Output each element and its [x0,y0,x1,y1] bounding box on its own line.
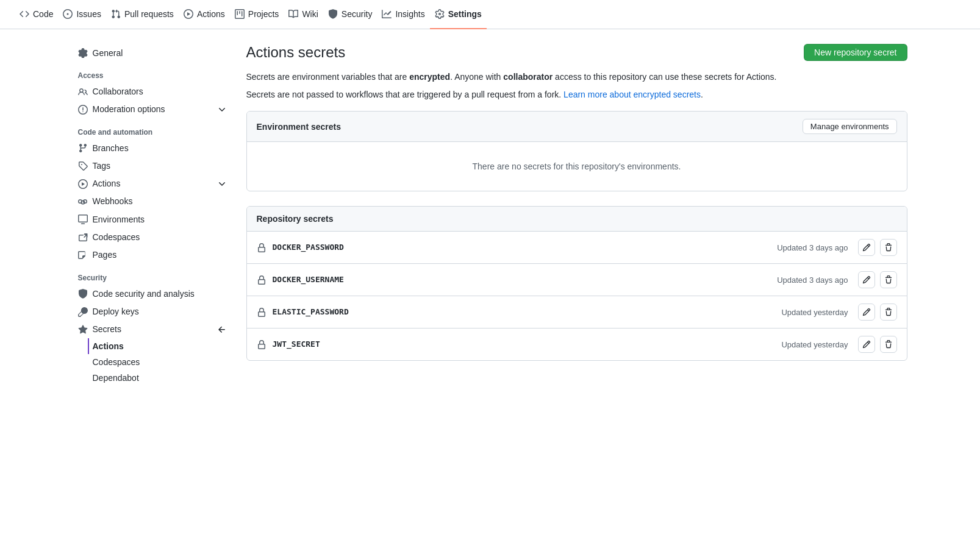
repo-secrets-card: Repository secrets DOCKER_PASSWORD Updat… [246,206,907,361]
new-repository-secret-button[interactable]: New repository secret [804,44,907,61]
sidebar-general[interactable]: General [73,44,232,62]
sidebar-environments[interactable]: Environments [73,210,232,228]
table-row: DOCKER_USERNAME Updated 3 days ago [247,264,907,296]
pages-icon [78,250,88,260]
desc-encrypted: encrypted [409,72,450,82]
nav-projects-label: Projects [248,9,279,19]
sidebar-secrets-codespaces[interactable]: Codespaces [88,354,232,370]
table-row: ELASTIC_PASSWORD Updated yesterday [247,296,907,328]
sidebar-tags[interactable]: Tags [73,157,232,174]
desc-collaborator: collaborator [503,72,553,82]
secret-left-0: DOCKER_PASSWORD [257,242,344,252]
secret-right-1: Updated 3 days ago [777,271,896,288]
lock-icon [257,339,266,349]
sidebar-pages-label: Pages [93,250,117,260]
moderation-icon [78,104,88,115]
nav-security[interactable]: Security [323,0,377,29]
sidebar-collaborators[interactable]: Collaborators [73,82,232,100]
table-row: JWT_SECRET Updated yesterday [247,328,907,360]
nav-insights[interactable]: Insights [377,0,429,29]
lock-icon [257,307,266,317]
sidebar-secrets-codespaces-label: Codespaces [93,357,140,367]
main-layout: General Access Collaborators Moderation … [63,29,917,400]
top-nav: Code Issues Pull requests Actions Projec… [0,0,980,29]
nav-security-label: Security [342,9,373,19]
nav-actions[interactable]: Actions [179,0,230,29]
edit-secret-button[interactable] [858,304,875,321]
sidebar-branches-label: Branches [93,143,129,153]
sidebar-pages[interactable]: Pages [73,246,232,264]
nav-actions-label: Actions [197,9,225,19]
edit-secret-button[interactable] [858,336,875,353]
page-title: Actions secrets [246,44,346,61]
secret-name: DOCKER_PASSWORD [273,243,344,252]
secrets-icon [78,324,88,335]
sidebar-codespaces[interactable]: Codespaces [73,228,232,246]
secret-right-2: Updated yesterday [781,304,896,321]
nav-issues[interactable]: Issues [58,0,106,29]
desc-mid: . Anyone with [450,72,503,82]
moderation-chevron-icon [217,104,227,115]
codespaces-icon [78,232,88,242]
sidebar-secrets-label: Secrets [93,324,121,334]
edit-secret-button[interactable] [858,271,875,288]
nav-insights-label: Insights [395,9,424,19]
secret-updated: Updated 3 days ago [777,275,848,285]
sidebar-secrets[interactable]: Secrets [73,321,232,338]
nav-code[interactable]: Code [15,0,58,29]
env-secrets-empty-msg: There are no secrets for this repository… [473,162,681,171]
issues-icon [63,9,73,19]
sidebar-branches[interactable]: Branches [73,139,232,157]
sidebar-secrets-dependabot-label: Dependabot [93,373,139,383]
security-icon [328,9,338,19]
description-p1: Secrets are environment variables that a… [246,71,907,83]
main-content: Actions secrets New repository secret Se… [246,44,907,386]
deploy-keys-icon [78,306,88,316]
code-security-icon [78,288,88,299]
secret-left-3: JWT_SECRET [257,339,320,349]
manage-environments-button[interactable]: Manage environments [803,119,897,134]
edit-secret-button[interactable] [858,239,875,256]
sidebar-secrets-dependabot[interactable]: Dependabot [88,370,232,386]
env-secrets-header: Environment secrets Manage environments [247,112,907,142]
repo-secrets-title: Repository secrets [257,214,334,224]
sidebar-tags-label: Tags [93,161,111,171]
nav-settings[interactable]: Settings [430,0,487,29]
env-secrets-empty: There are no secrets for this repository… [247,142,907,191]
actions-icon [184,9,193,19]
wiki-icon [288,9,298,19]
settings-icon [435,9,445,19]
sidebar-webhooks[interactable]: Webhooks [73,193,232,210]
desc-p2-text: Secrets are not passed to workflows that… [246,90,564,99]
sidebar-secrets-actions-label: Actions [93,341,124,351]
sidebar-secrets-actions[interactable]: Actions [88,338,232,354]
secret-updated: Updated yesterday [781,340,848,349]
nav-pullrequests[interactable]: Pull requests [106,0,179,29]
secret-left-1: DOCKER_USERNAME [257,274,344,285]
sidebar-moderation[interactable]: Moderation options [73,101,232,118]
learn-more-link[interactable]: Learn more about encrypted secrets [563,90,701,99]
desc-end: access to this repository can use these … [553,72,776,82]
sidebar-deploy-keys[interactable]: Deploy keys [73,302,232,320]
delete-secret-button[interactable] [880,271,897,288]
delete-secret-button[interactable] [880,239,897,256]
sidebar: General Access Collaborators Moderation … [73,44,232,386]
secret-left-2: ELASTIC_PASSWORD [257,307,349,317]
lock-icon [257,242,266,252]
lock-icon [257,274,266,285]
delete-secret-button[interactable] [880,336,897,353]
delete-secret-button[interactable] [880,304,897,321]
sidebar-code-security[interactable]: Code security and analysis [73,285,232,302]
nav-issues-label: Issues [76,9,101,19]
sidebar-codespaces-label: Codespaces [93,232,140,242]
sidebar-section-access: Access [73,62,232,82]
sidebar-actions[interactable]: Actions [73,174,232,192]
nav-projects[interactable]: Projects [230,0,284,29]
secret-updated: Updated 3 days ago [777,243,848,252]
nav-wiki[interactable]: Wiki [284,0,323,29]
secret-right-0: Updated 3 days ago [777,239,896,256]
secret-name: ELASTIC_PASSWORD [273,307,349,316]
sidebar-section-security: Security [73,264,232,285]
sidebar-environments-label: Environments [93,215,145,224]
sidebar-webhooks-label: Webhooks [93,196,133,206]
